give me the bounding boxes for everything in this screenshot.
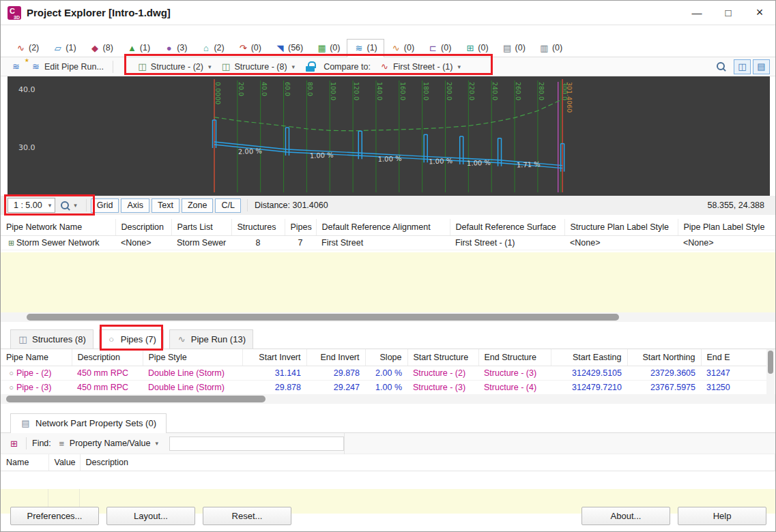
zone-toggle-button[interactable]: Zone xyxy=(182,198,214,213)
tab-label: Pipes (7) xyxy=(121,334,156,344)
view-layout-toggle-a[interactable]: ◫ xyxy=(734,59,751,74)
network-icon: ⊞ xyxy=(6,239,16,248)
col-pipe-network-name[interactable]: Pipe Network Name xyxy=(1,219,115,236)
cell: <None> xyxy=(564,236,678,250)
layout-button[interactable]: Layout... xyxy=(106,507,195,525)
col-structures[interactable]: Structures xyxy=(231,219,285,236)
object-tab-5[interactable]: ●(3) xyxy=(157,39,194,57)
text-toggle-button[interactable]: Text xyxy=(152,198,179,213)
toggle-label: C/L xyxy=(221,201,234,210)
minimize-button[interactable]: — xyxy=(681,1,713,25)
cell: 2.00 % xyxy=(365,366,407,381)
col-start-easting[interactable]: Start Easting xyxy=(551,349,627,366)
cell: 312479.7210 xyxy=(551,381,627,395)
compare-alignment-dropdown[interactable]: ∿ First Street - (1) ▾ xyxy=(375,60,465,74)
tab-pipe-run[interactable]: ∿ Pipe Run (13) xyxy=(169,329,253,349)
object-tab-7[interactable]: ↷(0) xyxy=(231,39,268,57)
object-tab-13[interactable]: ⊞(0) xyxy=(458,39,495,57)
pipes-table-header-row: Pipe Name Description Pipe Style Start I… xyxy=(1,349,768,366)
col-start-structure[interactable]: Start Structure xyxy=(407,349,478,366)
find-input[interactable] xyxy=(169,437,344,451)
pipe-row[interactable]: ○Pipe - (2) 450 mm RPC Double Line (Stor… xyxy=(1,366,768,381)
view-layout-toggle-b[interactable]: ▤ xyxy=(753,59,770,74)
scrollbar-thumb[interactable] xyxy=(6,396,265,402)
col-end-structure[interactable]: End Structure xyxy=(478,349,551,366)
to-structure-dropdown[interactable]: ◫ Structure - (8) ▾ xyxy=(216,60,300,74)
col-slope[interactable]: Slope xyxy=(365,349,407,366)
tab-pipes[interactable]: ○ Pipes (7) xyxy=(99,329,164,349)
col-start-invert[interactable]: Start Invert xyxy=(242,349,306,366)
help-button[interactable]: Help xyxy=(678,507,766,525)
object-tab-12[interactable]: ⊏(0) xyxy=(421,39,458,57)
cell: Structure - (3) xyxy=(407,381,478,395)
tab-network-part-property-sets[interactable]: ▤ Network Part Property Sets (0) xyxy=(10,413,167,432)
object-tab-count: (1) xyxy=(140,43,150,53)
scrollbar-thumb[interactable] xyxy=(27,314,619,321)
grid-toggle-button[interactable]: Grid xyxy=(91,198,119,213)
about-button[interactable]: About... xyxy=(581,507,670,525)
col-name[interactable]: Name xyxy=(1,454,48,471)
network-table-row[interactable]: ⊞Storm Sewer Network <None> Storm Sewer … xyxy=(1,236,776,250)
reset-button[interactable]: Reset... xyxy=(203,507,291,525)
close-button[interactable]: × xyxy=(744,1,775,25)
col-pipes[interactable]: Pipes xyxy=(285,219,316,236)
col-default-ref-alignment[interactable]: Default Reference Alignment xyxy=(316,219,450,236)
search-icon[interactable] xyxy=(716,61,726,72)
cell: 23767.5975 xyxy=(627,381,701,395)
object-tab-2[interactable]: ▱(1) xyxy=(46,39,83,57)
profile-view[interactable]: 0.000020.040.060.080.0100.0120.0140.0160… xyxy=(8,76,770,196)
scrollbar-thumb[interactable] xyxy=(768,351,773,374)
col-start-northing[interactable]: Start Northing xyxy=(627,349,701,366)
object-tab-pipe-networks[interactable]: ≋(1) xyxy=(347,39,384,57)
object-tab-count: (0) xyxy=(330,43,340,53)
col-pipe-style[interactable]: Pipe Style xyxy=(143,349,242,366)
horizontal-scrollbar[interactable] xyxy=(1,312,775,322)
col-description[interactable]: Description xyxy=(72,349,143,366)
object-tab-6[interactable]: ⌂(2) xyxy=(194,39,231,57)
preferences-button[interactable]: Preferences... xyxy=(10,507,99,525)
col-pipe-plan-label-style[interactable]: Pipe Plan Label Style xyxy=(678,219,776,236)
from-structure-dropdown[interactable]: ◫ Structure - (2) ▾ xyxy=(132,60,216,74)
tab-structures[interactable]: ◫ Structures (8) xyxy=(10,329,94,349)
col-default-ref-surface[interactable]: Default Reference Surface xyxy=(450,219,564,236)
object-tab-11[interactable]: ∿(0) xyxy=(384,39,421,57)
col-description[interactable]: Description xyxy=(80,454,775,471)
object-tab-4[interactable]: ▲(1) xyxy=(120,39,157,57)
object-tab-count: (2) xyxy=(214,43,224,53)
lock-icon[interactable] xyxy=(306,61,315,72)
object-tab-8[interactable]: ◥(56) xyxy=(268,39,310,57)
profile-view-canvas[interactable]: 0.000020.040.060.080.0100.0120.0140.0160… xyxy=(8,76,770,196)
object-tab-3[interactable]: ◆(8) xyxy=(83,39,120,57)
object-tab-14[interactable]: ▤(0) xyxy=(495,39,532,57)
edit-pipe-run-icon: ≋ xyxy=(31,62,41,71)
object-type-icon: ◥ xyxy=(275,44,285,53)
export-properties-button[interactable]: ⊞ xyxy=(6,438,22,449)
centerline-toggle-button[interactable]: C/L xyxy=(215,198,240,213)
vertical-exaggeration-dropdown[interactable]: 1 : 5.00 ▾ xyxy=(8,198,55,213)
object-tab-1[interactable]: ∿(2) xyxy=(9,39,46,57)
col-pipe-name[interactable]: Pipe Name xyxy=(1,349,72,366)
pipe-row[interactable]: ○Pipe - (3) 450 mm RPC Double Line (Stor… xyxy=(1,381,768,395)
col-parts-list[interactable]: Parts List xyxy=(171,219,231,236)
pipe-name: Pipe - (2) xyxy=(16,368,51,378)
pipe-icon: ○ xyxy=(6,383,16,392)
object-tab-count: (56) xyxy=(288,43,303,53)
col-end-invert[interactable]: End Invert xyxy=(306,349,365,366)
object-tab-9[interactable]: ▦(0) xyxy=(310,39,347,57)
cell: 31247 xyxy=(701,366,768,381)
zoom-tool-dropdown[interactable]: ▾ xyxy=(55,198,82,213)
find-mode-dropdown[interactable]: Property Name/Value ▾ xyxy=(67,437,161,449)
new-pipe-run-button[interactable]: ≋ ★ xyxy=(6,60,26,73)
horizontal-scrollbar[interactable] xyxy=(1,394,775,404)
object-type-icon: ▲ xyxy=(127,44,137,53)
col-structure-plan-label-style[interactable]: Structure Plan Label Style xyxy=(564,219,678,236)
vertical-scrollbar[interactable] xyxy=(766,349,775,394)
cell: First Street - (1) xyxy=(450,236,564,250)
axis-toggle-button[interactable]: Axis xyxy=(121,198,149,213)
col-value[interactable]: Value xyxy=(48,454,80,471)
object-tab-15[interactable]: ▥(0) xyxy=(532,39,569,57)
maximize-button[interactable]: □ xyxy=(713,1,744,25)
col-description[interactable]: Description xyxy=(115,219,171,236)
edit-pipe-run-button[interactable]: ≋ Edit Pipe Run... xyxy=(26,60,109,74)
col-end-easting[interactable]: End E xyxy=(701,349,768,366)
